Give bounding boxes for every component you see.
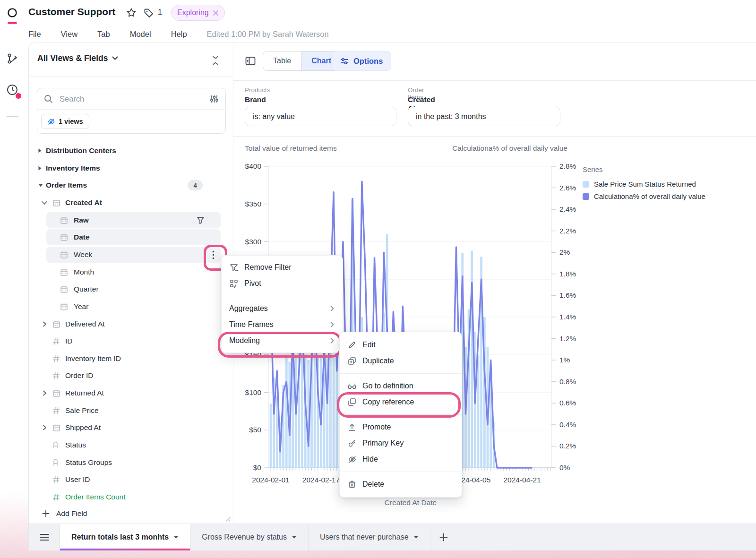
filter-field-label: Brand bbox=[245, 95, 266, 104]
sidebar-field-date[interactable]: Date bbox=[29, 229, 233, 246]
menu-item-label: Go to definition bbox=[362, 382, 454, 390]
sidebar-field-month[interactable]: Month bbox=[29, 264, 233, 281]
field-label: Order ID bbox=[65, 371, 93, 380]
chevron-right-icon[interactable] bbox=[41, 424, 48, 431]
modeling-submenu: EditDuplicateGo to definitionCopy refere… bbox=[339, 332, 462, 498]
menu-model[interactable]: Model bbox=[130, 30, 151, 39]
sidebar-field-status-groups[interactable]: Status Groups bbox=[29, 454, 233, 471]
submenu-item-hide[interactable]: Hide bbox=[340, 451, 462, 467]
menu-view[interactable]: View bbox=[61, 30, 77, 39]
hidden-views-chip[interactable]: 1 views bbox=[41, 114, 89, 129]
toggle-sidebar-icon[interactable] bbox=[245, 55, 256, 67]
tab-gross-revenue-by-status[interactable]: Gross Revenue by status bbox=[190, 524, 309, 550]
field-label: Sale Price bbox=[65, 406, 99, 415]
calendar-icon bbox=[52, 199, 60, 207]
menu-item-time-frames[interactable]: Time Frames bbox=[222, 317, 343, 333]
eye-off-icon bbox=[47, 118, 55, 126]
caret-right-icon[interactable] bbox=[38, 165, 42, 171]
chevron-right-icon[interactable] bbox=[41, 390, 48, 396]
tag-icon[interactable] bbox=[144, 8, 154, 18]
caret-down-icon[interactable] bbox=[292, 535, 297, 539]
table-toggle-button[interactable]: Table bbox=[263, 52, 301, 70]
svg-text:1.8%: 1.8% bbox=[559, 270, 576, 278]
add-field-button[interactable]: Add Field bbox=[42, 505, 87, 522]
star-icon[interactable] bbox=[126, 7, 137, 18]
submenu-item-delete[interactable]: Delete bbox=[340, 476, 462, 492]
submenu-item-duplicate[interactable]: Duplicate bbox=[340, 353, 462, 369]
sidebar-field-year[interactable]: Year bbox=[29, 298, 233, 315]
caret-down-icon[interactable] bbox=[38, 183, 43, 188]
caret-right-icon[interactable] bbox=[38, 148, 42, 154]
field-label: Status bbox=[65, 441, 86, 449]
menu-item-aggregates[interactable]: Aggregates bbox=[222, 300, 343, 317]
submenu-item-edit[interactable]: Edit bbox=[340, 337, 462, 353]
close-icon[interactable] bbox=[213, 10, 219, 16]
menu-item-pivot[interactable]: Pivot bbox=[222, 275, 343, 292]
tab-list-menu-button[interactable] bbox=[29, 524, 60, 550]
filter-funnel-icon[interactable] bbox=[197, 216, 205, 224]
legend-item[interactable]: Sale Price Sum Status Returned bbox=[583, 180, 705, 188]
exploring-badge[interactable]: Exploring bbox=[171, 5, 225, 21]
view-toolbar: Table Chart Options bbox=[233, 43, 756, 81]
sidebar-field-order-items-count[interactable]: Order Items Count bbox=[29, 489, 233, 506]
tab-label: Users that never purchase bbox=[320, 533, 409, 541]
sidebar-field-inventory-items[interactable]: Inventory Items bbox=[29, 160, 233, 177]
chevron-down-icon[interactable] bbox=[41, 199, 48, 206]
edited-status: Edited 1:00 PM by Sarah Waterson bbox=[207, 30, 329, 39]
search-input[interactable] bbox=[59, 94, 204, 104]
filter-value-input[interactable]: in the past: 3 months bbox=[408, 107, 560, 126]
omni-logo-icon[interactable] bbox=[7, 7, 19, 26]
add-tab-button[interactable] bbox=[430, 524, 457, 550]
sidebar-field-order-items[interactable]: Order Items4 bbox=[29, 177, 233, 194]
submenu-item-go-to-definition[interactable]: Go to definition bbox=[340, 378, 462, 394]
calendar-icon bbox=[52, 320, 60, 328]
view-label: Inventory Items bbox=[46, 164, 100, 172]
svg-text:0%: 0% bbox=[559, 464, 570, 472]
sidebar-field-order-id[interactable]: Order ID bbox=[29, 367, 233, 384]
caret-down-icon[interactable] bbox=[173, 535, 179, 539]
legend-item[interactable]: Calculationa% of overall daily value bbox=[583, 192, 705, 200]
sidebar-field-week[interactable]: Week bbox=[29, 246, 233, 263]
sidebar-field-created-at[interactable]: Created At bbox=[29, 194, 233, 211]
pivot-icon bbox=[229, 279, 239, 288]
menu-item-remove-filter[interactable]: Remove Filter bbox=[222, 259, 343, 275]
options-button[interactable]: Options bbox=[331, 51, 391, 71]
filter-value-input[interactable]: is: any value bbox=[245, 107, 396, 126]
kebab-menu-icon[interactable] bbox=[212, 250, 215, 259]
sidebar-field-user-id[interactable]: User ID bbox=[29, 471, 233, 488]
menu-file[interactable]: File bbox=[28, 30, 41, 39]
submenu-item-copy-reference[interactable]: Copy reference bbox=[340, 394, 462, 410]
sidebar-field-inventory-item-id[interactable]: Inventory Item ID bbox=[29, 350, 233, 367]
menu-tab[interactable]: Tab bbox=[97, 30, 110, 39]
field-label: Inventory Item ID bbox=[65, 354, 121, 363]
sidebar-field-distribution-centers[interactable]: Distribution Centers bbox=[29, 142, 233, 159]
sidebar-field-quarter[interactable]: Quarter bbox=[29, 281, 233, 298]
field-label: User ID bbox=[65, 475, 90, 484]
sidebar-field-sale-price[interactable]: Sale Price bbox=[29, 402, 233, 419]
collapse-all-icon[interactable] bbox=[211, 55, 220, 66]
options-sliders-icon bbox=[340, 57, 349, 66]
search-filter-sliders-icon[interactable] bbox=[210, 94, 219, 103]
number-icon bbox=[52, 337, 60, 345]
chevron-right-icon bbox=[329, 321, 335, 328]
menu-item-modeling[interactable]: Modeling bbox=[222, 333, 343, 349]
tab-return-totals-last-3-monhts[interactable]: Return totals last 3 monhts bbox=[60, 524, 190, 550]
history-clock-icon[interactable] bbox=[6, 84, 18, 96]
submenu-item-primary-key[interactable]: Primary Key bbox=[340, 435, 462, 451]
views-selector[interactable]: All Views & Fields bbox=[37, 53, 118, 63]
resize-handle[interactable] bbox=[224, 515, 231, 522]
menu-help[interactable]: Help bbox=[171, 30, 187, 39]
svg-text:1.6%: 1.6% bbox=[559, 291, 576, 299]
submenu-item-promote[interactable]: Promote bbox=[340, 419, 462, 435]
sidebar-field-shipped-at[interactable]: Shipped At bbox=[29, 419, 233, 436]
chevron-right-icon[interactable] bbox=[41, 321, 48, 327]
tab-users-that-never-purchase[interactable]: Users that never purchase bbox=[309, 524, 430, 550]
sidebar-field-delivered-at[interactable]: Delivered At bbox=[29, 316, 233, 333]
sidebar-field-id[interactable]: ID bbox=[29, 333, 233, 350]
model-branch-icon[interactable] bbox=[6, 52, 19, 65]
sidebar-field-status[interactable]: Status bbox=[29, 437, 233, 454]
caret-down-icon[interactable] bbox=[413, 535, 419, 539]
sidebar-field-returned-at[interactable]: Returned At bbox=[29, 385, 233, 402]
filter-view-label: Products bbox=[245, 86, 270, 94]
sidebar-field-raw[interactable]: Raw bbox=[29, 212, 233, 229]
